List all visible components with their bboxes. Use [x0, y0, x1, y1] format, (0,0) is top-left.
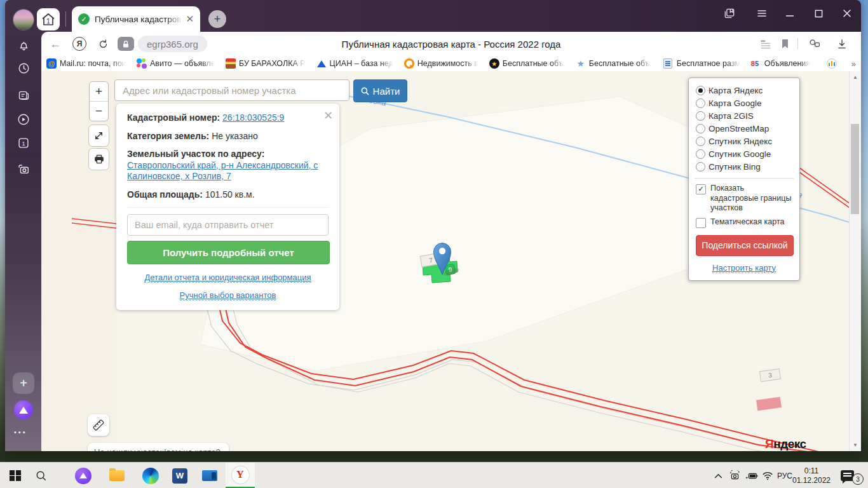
layer-option-osm[interactable]: OpenStreetMap	[696, 122, 792, 135]
bookmark-nedvizhimost[interactable]: Недвижимость в	[404, 58, 478, 69]
address-link[interactable]: Ставропольский край, р-н Александровский…	[127, 160, 318, 182]
baraholka-favicon	[226, 58, 236, 69]
yandex-search-icon[interactable]: Я	[72, 36, 87, 51]
taskbar: W Y РУС 0:11 01.12.2022	[0, 462, 868, 488]
mailru-favicon: @	[46, 58, 57, 69]
radio-icon	[696, 124, 705, 133]
map-pin[interactable]	[424, 235, 463, 277]
yandex-logo-ya: Я	[765, 437, 773, 451]
taskbar-edge-button[interactable]	[140, 463, 161, 488]
yandex-map-logo: Яндекс	[765, 437, 806, 451]
profile-avatar[interactable]	[13, 10, 34, 30]
layer-option-google-sat[interactable]: Спутник Google	[696, 147, 792, 160]
browser-window: 1 + ••• 1 ✓ Публичная кадастрова ✕ +	[5, 0, 861, 451]
refresh-button[interactable]	[95, 36, 111, 51]
tray-date: 01.12.2022	[792, 476, 831, 485]
tray-capture-icon[interactable]	[726, 463, 743, 488]
reader-mode-icon[interactable]	[758, 36, 773, 51]
site-lock-icon[interactable]	[118, 37, 134, 51]
close-button[interactable]	[839, 5, 855, 22]
tray-battery-icon[interactable]	[743, 463, 761, 488]
alisa-icon	[19, 407, 28, 414]
word-icon: W	[172, 468, 187, 484]
sidebar-add-button[interactable]: +	[13, 372, 34, 394]
taskbar-explorer-button[interactable]	[106, 463, 128, 488]
taskbar-devices-button[interactable]	[199, 463, 220, 488]
search-input[interactable]	[114, 79, 349, 101]
find-button[interactable]: Найти	[353, 79, 407, 102]
cadastral-borders-checkbox-row[interactable]: ✓ Показать кадастровые границы участков	[696, 184, 792, 214]
home-tab-button[interactable]: 1	[37, 8, 60, 30]
layer-option-bing-sat[interactable]: Спутник Bing	[696, 160, 792, 173]
bookmark-free-ads-1[interactable]: ★ Бесплатные объя	[489, 58, 565, 69]
get-report-button[interactable]: Получить подробный отчет	[127, 241, 330, 264]
maximize-button[interactable]	[810, 5, 827, 22]
feed-icon[interactable]	[16, 88, 31, 103]
report-details-link[interactable]: Детали отчета и юридическая информация	[127, 273, 329, 282]
side-panels-icon[interactable]	[721, 5, 738, 22]
manual-selection-link[interactable]: Ручной выбор вариантов	[127, 290, 329, 300]
bookmark-obyavleniya[interactable]: 85 Объявления	[751, 58, 810, 69]
layer-option-google-map[interactable]: Карта Google	[696, 97, 792, 109]
bookmarks-overflow-chevron[interactable]: »	[851, 59, 856, 69]
email-field[interactable]	[127, 214, 329, 236]
yandex-browser-icon: Y	[232, 466, 249, 484]
screenshot-camera-icon[interactable]	[16, 161, 31, 177]
bookmark-mailru[interactable]: @ Mail.ru: почта, пои	[46, 58, 126, 69]
map-canvas[interactable]: линовка Ка 7 9 3 Яндекс	[41, 71, 861, 451]
cadastral-number-link[interactable]: 26:18:030525:9	[222, 112, 284, 123]
bookmark-free-ads-2[interactable]: ★ Бесплатные объя	[576, 58, 651, 69]
thematic-map-checkbox-row[interactable]: Тематическая карта	[696, 217, 792, 228]
page-scrollbar[interactable]: ▲ ▼	[849, 71, 861, 451]
share-link-button[interactable]: Поделиться ссылкой	[696, 235, 794, 256]
not-found-hint[interactable]: Не нашли участок/дом на карте?	[88, 443, 229, 451]
layer-option-yandex-map[interactable]: Карта Яндекс	[696, 84, 792, 97]
back-button[interactable]: ←	[48, 36, 63, 51]
layer-option-2gis-map[interactable]: Карта 2GIS	[696, 109, 792, 122]
tabs-counter-icon[interactable]: 1	[16, 135, 31, 151]
menu-icon[interactable]	[754, 5, 770, 22]
layer-option-yandex-sat[interactable]: Спутник Яндекс	[696, 135, 792, 147]
taskbar-yandex-browser-button[interactable]: Y	[226, 463, 255, 488]
bookmark-avito[interactable]: Авито — объявле	[137, 58, 215, 69]
bookmark-baraholka[interactable]: БУ БАРАХОЛКА Р	[226, 58, 306, 69]
password-manager-icon[interactable]	[807, 36, 822, 51]
taskbar-search-button[interactable]	[32, 463, 51, 488]
bookmark-cian[interactable]: ЦИАН – база нед	[316, 58, 393, 69]
active-tab[interactable]: ✓ Публичная кадастрова ✕	[72, 6, 200, 32]
monitor-icon	[202, 470, 217, 481]
tray-chevron-icon[interactable]	[710, 463, 726, 488]
bookmark-flag-icon[interactable]	[777, 36, 792, 51]
start-button[interactable]	[5, 463, 25, 488]
scrollbar-thumb[interactable]	[851, 124, 859, 214]
bookmark-app-icon[interactable]	[827, 58, 837, 69]
taskbar-word-button[interactable]: W	[169, 463, 191, 488]
configure-map-link[interactable]: Настроить карту	[696, 263, 792, 273]
history-clock-icon[interactable]	[16, 60, 31, 76]
alisa-assistant-button[interactable]	[14, 400, 33, 419]
measure-ruler-button[interactable]	[88, 414, 109, 436]
fullscreen-button[interactable]	[88, 125, 109, 147]
info-close-icon[interactable]: ✕	[323, 109, 333, 123]
addressbar-separator	[797, 38, 798, 50]
tab-close-icon[interactable]: ✕	[186, 13, 194, 25]
sidebar-more-button[interactable]: •••	[14, 428, 27, 436]
notifications-bell-icon[interactable]	[16, 37, 31, 53]
scroll-up-icon[interactable]: ▲	[850, 74, 861, 80]
minimize-button[interactable]	[782, 5, 798, 22]
new-tab-button[interactable]: +	[208, 10, 226, 28]
bookmark-free-placement[interactable]: Бесплатное разме	[662, 58, 740, 69]
downloads-icon[interactable]	[834, 36, 850, 51]
radio-icon	[696, 98, 705, 108]
radio-icon	[696, 162, 705, 172]
taskbar-alisa-button[interactable]	[72, 463, 94, 488]
url-field[interactable]: egrp365.org	[138, 36, 207, 52]
video-play-icon[interactable]	[16, 112, 31, 127]
zoom-in-button[interactable]: +	[90, 82, 108, 102]
clock[interactable]: 0:11 01.12.2022	[787, 463, 836, 488]
print-button[interactable]	[88, 148, 109, 170]
screen: 1 + ••• 1 ✓ Публичная кадастрова ✕ +	[0, 0, 868, 488]
scroll-down-icon[interactable]: ▼	[850, 442, 861, 448]
yandex-logo-rest: ндекс	[773, 437, 806, 451]
zoom-out-button[interactable]: −	[90, 102, 108, 121]
